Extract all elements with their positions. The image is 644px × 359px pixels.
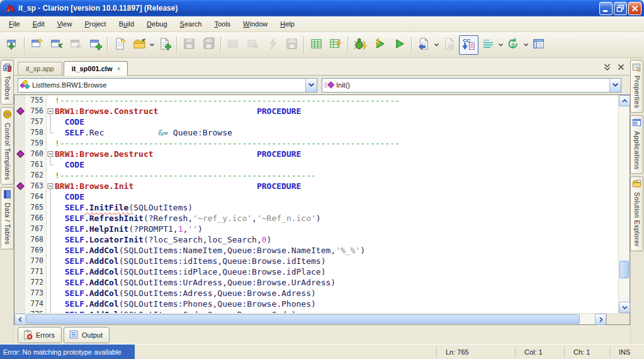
close-button[interactable] xyxy=(628,2,641,15)
gutter-margin xyxy=(14,277,26,288)
code-text: SELF.AddCol(SQLOutItems:NameItem,Queue:B… xyxy=(55,245,618,256)
method-marker-icon xyxy=(16,107,25,115)
menu-tools[interactable]: Tools xyxy=(208,18,237,30)
gutter-margin xyxy=(14,138,26,149)
restore-button[interactable] xyxy=(614,2,627,15)
menu-debug[interactable]: Debug xyxy=(140,18,173,30)
fold-toggle-icon[interactable] xyxy=(46,149,55,159)
document-tabstrip: it_sp.appit_sp001.clw× xyxy=(14,58,630,76)
app-add-button[interactable] xyxy=(86,35,105,55)
panel-tab-output[interactable]: Output xyxy=(64,327,110,343)
document-tab-it_sp.app[interactable]: it_sp.app xyxy=(18,62,62,75)
code-text: !---------------------------------------… xyxy=(55,138,618,149)
vertical-scrollbar[interactable] xyxy=(618,95,630,313)
menu-view[interactable]: View xyxy=(51,18,79,30)
control-templates-icon: OK xyxy=(3,110,12,122)
sidebar-tab-label: Applications xyxy=(633,131,641,169)
document-list-icon[interactable] xyxy=(602,62,611,71)
sidebar-tab-control-templates[interactable]: OKControl Templates xyxy=(1,107,14,185)
sidebar-tab-properties[interactable]: Properties xyxy=(630,60,643,113)
format-list-dropdown-arrow-icon[interactable] xyxy=(498,43,504,47)
code-text: CODE xyxy=(55,191,618,202)
sidebar-tab-solution-explorer[interactable]: Solution Explorer xyxy=(630,176,643,251)
document-tab-it_sp001.clw[interactable]: it_sp001.clw× xyxy=(64,61,128,76)
output-icon xyxy=(69,329,79,341)
generate-button[interactable] xyxy=(307,35,326,55)
file-add-button[interactable] xyxy=(155,35,174,55)
menu-project[interactable]: Project xyxy=(78,18,112,30)
horizontal-scroll-track[interactable] xyxy=(26,314,595,324)
panel-tab-label: Output xyxy=(82,331,103,339)
scroll-up-icon[interactable] xyxy=(619,95,630,106)
line-number: 769 xyxy=(26,245,46,256)
fold-line xyxy=(46,127,55,138)
menu-edit[interactable]: Edit xyxy=(26,18,51,30)
horizontal-scroll-thumb[interactable] xyxy=(26,314,580,324)
fold-line xyxy=(46,266,55,277)
fold-line xyxy=(46,234,55,245)
member-combobox[interactable]: Init() xyxy=(322,78,621,93)
sidebar-tab-label: Control Templates xyxy=(4,123,11,180)
code-line-759: 759!------------------------------------… xyxy=(14,138,618,149)
generate-run-button[interactable] xyxy=(326,35,346,55)
scroll-down-icon[interactable] xyxy=(619,302,630,313)
regenerate-button[interactable]: 2 xyxy=(504,35,523,55)
file-new-button[interactable] xyxy=(110,35,130,55)
doc-prev-dropdown-arrow-icon[interactable] xyxy=(434,43,439,47)
app-open-button[interactable] xyxy=(47,35,66,55)
generate-icon xyxy=(310,37,323,53)
left-tool-strip: ToolboxOKControl TemplatesData / Tables xyxy=(0,58,14,344)
view-table-button[interactable] xyxy=(529,35,548,55)
code-text: SELF.AddCol(SQLOutItems:UrAdress,Queue:B… xyxy=(55,277,618,288)
fold-toggle-icon[interactable] xyxy=(46,181,55,191)
folder-open-dropdown-arrow-icon[interactable] xyxy=(149,43,155,47)
menu-build[interactable]: Build xyxy=(113,18,140,30)
gutter-margin xyxy=(14,245,26,256)
menu-search[interactable]: Search xyxy=(174,18,208,30)
fold-line xyxy=(46,202,55,213)
app-generate-button[interactable] xyxy=(3,35,22,55)
regenerate-dropdown-arrow-icon[interactable] xyxy=(523,43,529,47)
scroll-left-icon[interactable] xyxy=(14,314,26,325)
fold-toggle-icon[interactable] xyxy=(46,106,55,117)
minimize-button[interactable] xyxy=(599,2,613,15)
sidebar-tab-toolbox[interactable]: Toolbox xyxy=(1,60,14,105)
cc-insert-icon: CC xyxy=(462,37,475,53)
doc-prev-button[interactable] xyxy=(414,35,434,55)
app-save-icon xyxy=(69,37,82,53)
scope-combobox[interactable]: ListItems.BRW1:Browse xyxy=(18,78,317,93)
code-text: !---------------------------------------… xyxy=(55,170,618,181)
fold-line xyxy=(46,159,55,170)
status-bar: Error: No matching prototype available L… xyxy=(0,344,644,359)
save-all-icon xyxy=(202,37,215,53)
menu-help[interactable]: Help xyxy=(274,18,301,30)
menu-file[interactable]: File xyxy=(3,18,26,30)
app-new-button[interactable] xyxy=(27,35,47,55)
status-line-number: Ln: 765 xyxy=(436,347,515,357)
format-list-button[interactable] xyxy=(478,35,498,55)
cc-insert-button[interactable]: CC xyxy=(459,35,478,55)
folder-open-button[interactable] xyxy=(130,35,149,55)
close-document-icon[interactable] xyxy=(616,62,625,71)
run-button[interactable] xyxy=(390,35,409,55)
vertical-scroll-thumb[interactable] xyxy=(619,261,629,278)
sidebar-tab-applications[interactable]: Applications xyxy=(630,115,643,174)
line-number: 767 xyxy=(26,224,46,234)
code-line-760: 760BRW1:Browse.Destruct PROCEDURE xyxy=(14,149,618,159)
debug-button[interactable] xyxy=(351,35,370,55)
gutter-margin xyxy=(14,299,26,309)
menu-window[interactable]: Window xyxy=(237,18,274,30)
sidebar-tab-data-tables[interactable]: Data / Tables xyxy=(1,187,14,249)
code-line-755: 755!------------------------------------… xyxy=(14,95,618,106)
vertical-scroll-track[interactable] xyxy=(619,106,630,302)
code-text: SELF.InitFile(SQLOutItems) xyxy=(55,202,618,213)
scroll-right-icon[interactable] xyxy=(595,314,606,325)
scope-dropdown-arrow-icon[interactable] xyxy=(305,79,317,92)
run-debug-button[interactable] xyxy=(370,35,390,55)
tab-close-icon[interactable]: × xyxy=(116,65,120,72)
member-value: Init() xyxy=(336,81,609,89)
member-dropdown-arrow-icon[interactable] xyxy=(609,79,621,92)
code-line-771: 771 SELF.AddCol(SQLOutItems:idPlace,Queu… xyxy=(14,266,618,277)
panel-tab-errors[interactable]: Errors xyxy=(18,327,62,343)
code-editor[interactable]: 755!------------------------------------… xyxy=(14,94,630,325)
